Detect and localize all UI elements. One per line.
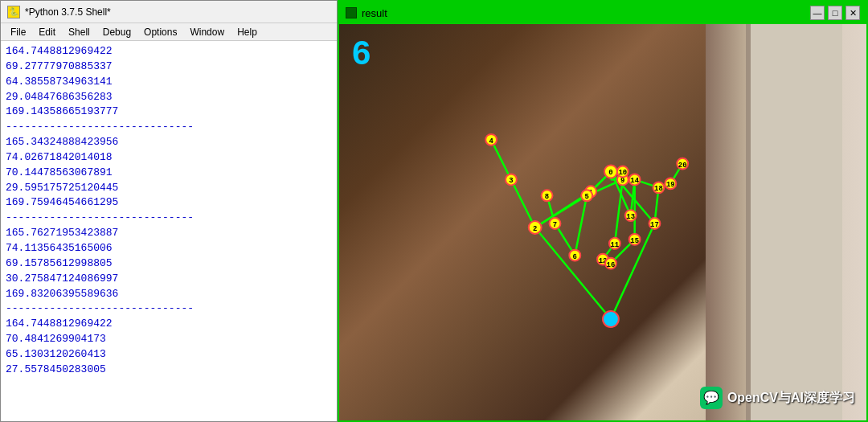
hand-skeleton-svg: 0 1 2 3 4 5 6 7 8 9 11 12 13 [339,24,866,420]
shell-line: 65.1303120260413 [6,347,332,363]
maximize-button[interactable]: □ [828,6,842,20]
watermark-text: OpenCV与AI深度学习 [727,390,855,407]
minimize-button[interactable]: — [810,6,825,20]
shell-line: 69.27777970885337 [6,59,332,75]
svg-text:11: 11 [611,241,620,249]
result-controls: — □ ✕ [810,6,860,20]
shell-line: 164.7448812969422 [6,44,332,59]
svg-text:9: 9 [620,177,624,185]
svg-text:17: 17 [650,221,659,229]
watermark: 💬 OpenCV与AI深度学习 [700,387,855,409]
shell-line: 169.14358665193777 [6,104,332,120]
svg-text:16: 16 [607,261,616,269]
svg-text:4: 4 [489,137,493,145]
shell-line: ------------------------------ [6,301,332,317]
svg-text:5: 5 [584,193,588,201]
overlay-number: 6 [352,34,371,72]
result-window: result — □ ✕ [338,0,868,422]
shell-line: 27.5578450283005 [6,363,332,378]
shell-line: ------------------------------ [6,211,332,226]
menu-item-help[interactable]: Help [231,25,264,39]
shell-line: 70.4841269904173 [6,332,332,347]
menu-item-debug[interactable]: Debug [96,25,137,39]
shell-line: 29.595175725120445 [6,181,332,196]
shell-content[interactable]: 164.744881296942269.2777797088533764.385… [1,41,337,421]
svg-text:2: 2 [533,225,537,233]
menu-item-shell[interactable]: Shell [62,25,96,39]
shell-title-icon: 🐍 [7,6,20,18]
svg-point-26 [603,311,619,327]
shell-menubar: FileEditShellDebugOptionsWindowHelp [1,23,337,41]
shell-window: 🐍 *Python 3.7.5 Shell* FileEditShellDebu… [0,0,338,422]
menu-item-edit[interactable]: Edit [32,25,62,39]
svg-line-2 [511,179,535,227]
svg-text:14: 14 [630,177,639,185]
shell-line: 70.14478563067891 [6,166,332,181]
shell-title-text: *Python 3.7.5 Shell* [25,6,111,18]
shell-line: 69.15785612998805 [6,256,332,272]
svg-text:15: 15 [630,237,639,245]
shell-titlebar: 🐍 *Python 3.7.5 Shell* [1,1,337,23]
result-title-left: result [346,7,387,19]
svg-text:10: 10 [618,169,627,177]
svg-text:8: 8 [545,193,549,201]
result-title-text: result [362,7,387,19]
close-button[interactable]: ✕ [845,6,860,20]
svg-text:7: 7 [553,221,557,229]
svg-line-24 [535,227,611,319]
shell-line: 169.75946454661295 [6,195,332,211]
menu-item-options[interactable]: Options [137,25,183,39]
svg-text:0: 0 [608,169,612,177]
result-image-area: 0 1 2 3 4 5 6 7 8 9 11 12 13 [339,24,866,420]
wechat-icon: 💬 [700,387,723,409]
result-title-icon [346,7,357,18]
shell-line: 165.76271953423887 [6,226,332,241]
svg-text:3: 3 [509,177,513,185]
svg-text:18: 18 [654,185,663,193]
shell-line: ------------------------------ [6,120,332,135]
shell-line: 169.83206395589636 [6,287,332,302]
shell-line: 29.04847686356283 [6,90,332,105]
svg-line-5 [575,195,587,255]
shell-line: 164.7448812969422 [6,317,332,332]
svg-text:13: 13 [626,213,635,221]
result-titlebar: result — □ ✕ [339,2,866,24]
shell-line: 74.02671842014018 [6,150,332,166]
svg-text:19: 19 [666,181,675,189]
shell-line: 165.34324888423956 [6,135,332,150]
shell-line: 74.11356435165006 [6,241,332,256]
shell-line: 30.275847124086997 [6,272,332,287]
shell-line: 64.38558734963141 [6,75,332,90]
menu-item-file[interactable]: File [4,25,32,39]
svg-line-3 [491,140,511,180]
menu-item-window[interactable]: Window [183,25,231,39]
svg-text:20: 20 [678,162,687,170]
svg-text:6: 6 [573,253,577,261]
